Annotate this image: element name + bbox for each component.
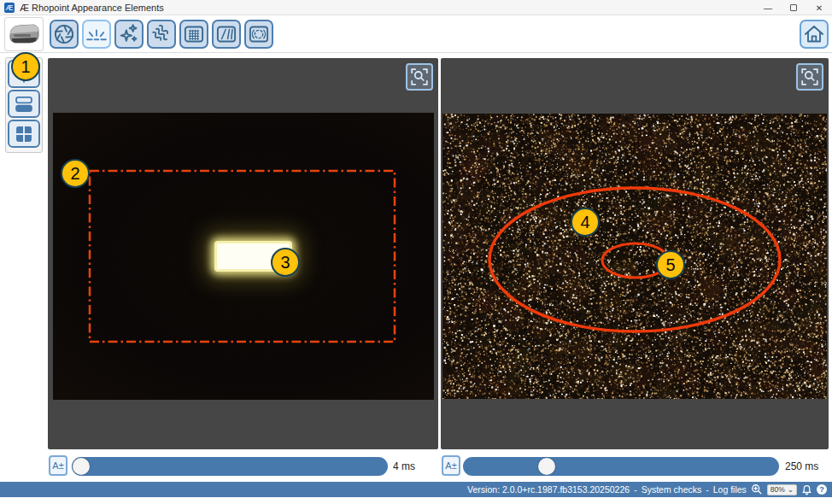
- zoom-level-dropdown[interactable]: 80% ⌄: [767, 484, 797, 495]
- bell-icon[interactable]: [801, 484, 812, 495]
- window-title: Æ Rhopoint Appearance Elements: [20, 3, 164, 13]
- version-label: Version: 2.0.0+rc.1987.fb3153.20250226: [467, 484, 630, 495]
- tool-waves-button[interactable]: [147, 20, 176, 49]
- window-controls: — ✕: [755, 0, 832, 15]
- left-exposure-thumb[interactable]: [73, 458, 90, 475]
- title-bar: Æ Æ Rhopoint Appearance Elements — ✕: [0, 0, 832, 15]
- system-checks-link[interactable]: System checks: [642, 484, 702, 495]
- sparkle-camera-panel: [441, 58, 829, 449]
- aperture-icon: [52, 22, 76, 46]
- home-icon: [802, 22, 826, 46]
- minimize-button[interactable]: —: [755, 0, 781, 15]
- lines-icon: [214, 22, 238, 46]
- zoom-level-value: 80%: [770, 485, 785, 494]
- tool-aperture-button[interactable]: [50, 20, 79, 49]
- right-exposure-slider[interactable]: [463, 457, 779, 476]
- view-grid-icon: [13, 124, 35, 144]
- maximize-icon: [790, 4, 797, 11]
- status-bar: Version: 2.0.0+rc.1987.fb3153.20250226 -…: [0, 482, 832, 497]
- tool-illumination-button[interactable]: [82, 20, 111, 49]
- right-zoom-region-button[interactable]: [796, 63, 823, 91]
- zoom-region-icon: [409, 67, 430, 87]
- right-exposure-thumb[interactable]: [538, 458, 555, 475]
- ring-icon: [247, 22, 271, 46]
- zoom-in-icon[interactable]: [751, 483, 763, 495]
- mesh-icon: [182, 22, 206, 46]
- left-exposure-slider[interactable]: [72, 457, 388, 476]
- illumination-icon: [85, 22, 108, 46]
- tool-ring-button[interactable]: [244, 20, 273, 49]
- help-icon[interactable]: ?: [817, 484, 827, 495]
- view-split-horizontal-icon: [13, 94, 35, 114]
- zoom-region-icon: [800, 67, 820, 87]
- app-icon: Æ: [4, 3, 15, 13]
- separator: -: [706, 484, 709, 495]
- right-exposure-value: 250 ms: [785, 460, 818, 472]
- left-auto-exposure-button[interactable]: A±: [49, 455, 67, 476]
- callout-1: 1: [11, 52, 40, 81]
- tool-lines-button[interactable]: [212, 20, 241, 49]
- home-button[interactable]: [800, 20, 829, 49]
- chevron-down-icon: ⌄: [788, 485, 794, 494]
- sparkle-image: [442, 114, 827, 399]
- tool-mesh-button[interactable]: [179, 20, 208, 49]
- sparkle-icon: [117, 22, 141, 46]
- log-files-link[interactable]: Log files: [713, 484, 747, 495]
- close-button[interactable]: ✕: [806, 0, 832, 15]
- right-auto-exposure-button[interactable]: A±: [442, 455, 460, 476]
- main-toolbar: [0, 15, 832, 53]
- view-split-horizontal-button[interactable]: [8, 90, 40, 118]
- instrument-tab[interactable]: [4, 17, 44, 51]
- maximize-button[interactable]: [781, 0, 806, 15]
- device-photo-icon: [7, 20, 41, 49]
- tool-sparkle-button[interactable]: [114, 20, 144, 49]
- callout-4: 4: [571, 208, 600, 237]
- callout-5: 5: [656, 250, 685, 279]
- callout-3: 3: [271, 248, 300, 277]
- callout-2: 2: [61, 159, 90, 188]
- left-exposure-value: 4 ms: [393, 460, 415, 472]
- left-zoom-region-button[interactable]: [406, 63, 433, 91]
- view-grid-button[interactable]: [8, 120, 40, 148]
- separator: -: [634, 484, 637, 495]
- waves-icon: [149, 22, 173, 46]
